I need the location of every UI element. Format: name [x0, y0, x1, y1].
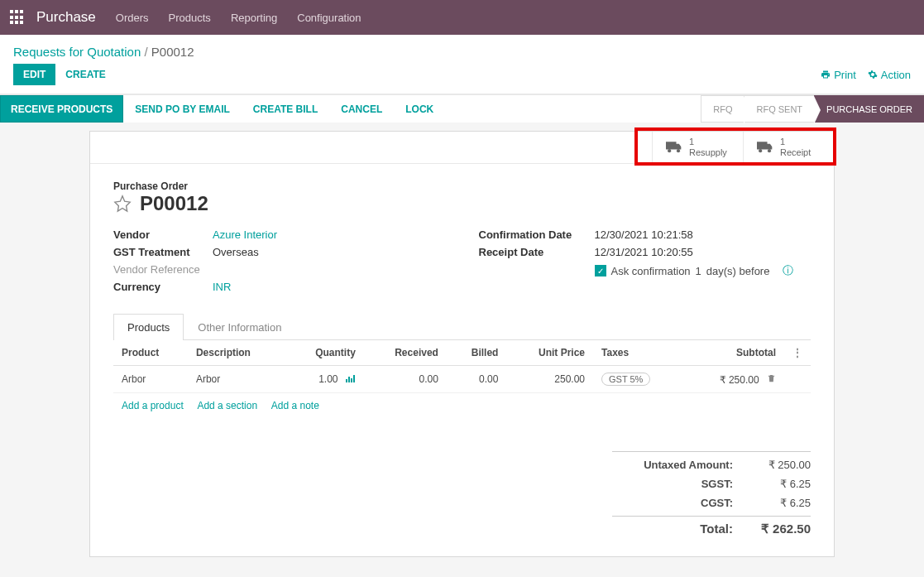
gear-icon: [868, 70, 878, 79]
breadcrumb-sep: /: [144, 45, 151, 59]
nav-products[interactable]: Products: [169, 12, 211, 24]
untaxed-label: Untaxed Amount:: [612, 459, 733, 471]
status-rfq-sent[interactable]: RFQ SENT: [744, 95, 814, 123]
stat-resupply[interactable]: 1 Resupply: [652, 132, 743, 163]
kebab-icon[interactable]: ⋮: [792, 347, 802, 358]
trash-icon[interactable]: [767, 374, 776, 386]
tab-other-info[interactable]: Other Information: [184, 314, 295, 340]
cell-billed: 0.00: [447, 366, 507, 393]
nav-configuration[interactable]: Configuration: [297, 12, 361, 24]
title-label: Purchase Order: [113, 180, 811, 192]
resupply-label: Resupply: [689, 147, 727, 158]
action-dropdown[interactable]: Action: [868, 69, 911, 81]
cancel-button[interactable]: CANCEL: [329, 95, 394, 123]
status-bar: RFQ RFQ SENT PURCHASE ORDER: [701, 95, 924, 123]
nav-reporting[interactable]: Reporting: [231, 12, 277, 24]
ask-confirmation-row: ✓ Ask confirmation 1 day(s) before ⓘ: [595, 263, 794, 278]
col-product[interactable]: Product: [113, 340, 188, 366]
cell-quantity: 1.00: [285, 366, 364, 393]
action-bar: EDIT CREATE Print Action: [0, 64, 924, 94]
sgst-label: SGST:: [612, 478, 733, 490]
cell-subtotal: ₹ 250.00: [683, 366, 784, 393]
add-product-link[interactable]: Add a product: [122, 400, 184, 411]
create-bill-button[interactable]: CREATE BILL: [242, 95, 329, 123]
status-rfq[interactable]: RFQ: [701, 95, 744, 123]
cell-received: 0.00: [364, 366, 447, 393]
star-icon[interactable]: [113, 195, 132, 213]
stat-buttons: 1 Resupply 1 Receipt: [90, 132, 834, 164]
vendor-value[interactable]: Azure Interior: [213, 228, 277, 241]
title-row: P00012: [113, 192, 811, 215]
lock-button[interactable]: LOCK: [394, 95, 445, 123]
app-name[interactable]: Purchase: [36, 9, 96, 26]
sheet-body: Purchase Order P00012 Vendor Azure Inter…: [90, 164, 834, 556]
col-unit-price[interactable]: Unit Price: [506, 340, 593, 366]
print-button[interactable]: Print: [821, 69, 856, 81]
svg-point-2: [759, 149, 762, 152]
svg-rect-6: [351, 378, 352, 382]
truck-icon: [757, 142, 773, 153]
receipt-date-value: 12/31/2021 10:20:55: [595, 246, 693, 258]
receive-products-button[interactable]: RECEIVE PRODUCTS: [0, 95, 123, 123]
conf-date-value: 12/30/2021 10:21:58: [595, 228, 693, 241]
topbar: Purchase Orders Products Reporting Confi…: [0, 0, 924, 35]
cell-product: Arbor: [113, 366, 188, 393]
send-po-button[interactable]: SEND PO BY EMAIL: [123, 95, 241, 123]
ask-conf-days: 1: [696, 265, 701, 277]
info-icon[interactable]: ⓘ: [783, 263, 793, 278]
sgst-value: ₹ 6.25: [753, 478, 811, 490]
apps-icon[interactable]: [10, 10, 25, 25]
totals: Untaxed Amount: ₹ 250.00 SGST: ₹ 6.25 CG…: [113, 451, 811, 540]
col-subtotal[interactable]: Subtotal: [683, 340, 784, 366]
cell-description: Arbor: [188, 366, 285, 393]
status-purchase-order[interactable]: PURCHASE ORDER: [814, 95, 924, 123]
stat-receipt[interactable]: 1 Receipt: [743, 132, 834, 163]
svg-rect-5: [348, 377, 350, 382]
svg-point-0: [668, 149, 671, 152]
cgst-value: ₹ 6.25: [753, 497, 811, 509]
col-billed[interactable]: Billed: [447, 340, 507, 366]
form-wrap: 1 Resupply 1 Receipt Purchase Order P000…: [0, 123, 924, 577]
cell-unit-price: 250.00: [506, 366, 593, 393]
ask-conf-unit: day(s) before: [706, 265, 770, 277]
form-sheet: 1 Resupply 1 Receipt Purchase Order P000…: [89, 131, 835, 557]
col-quantity[interactable]: Quantity: [285, 340, 364, 366]
total-value: ₹ 262.50: [753, 522, 811, 536]
svg-rect-4: [346, 379, 347, 382]
nav-orders[interactable]: Orders: [116, 12, 149, 24]
breadcrumb: Requests for Quotation / P00012: [0, 35, 924, 64]
order-lines-table: Product Description Quantity Received Bi…: [113, 340, 811, 393]
ask-conf-text: Ask confirmation: [611, 265, 691, 277]
col-received[interactable]: Received: [364, 340, 447, 366]
currency-label: Currency: [113, 281, 213, 293]
forecast-icon[interactable]: [346, 373, 356, 385]
gst-label: GST Treatment: [113, 246, 213, 258]
conf-date-label: Confirmation Date: [479, 228, 595, 241]
currency-value[interactable]: INR: [213, 281, 231, 293]
tab-products[interactable]: Products: [113, 314, 184, 340]
resupply-count: 1: [689, 137, 727, 147]
control-panel: Requests for Quotation / P00012 EDIT CRE…: [0, 35, 924, 94]
button-bar: RECEIVE PRODUCTS SEND PO BY EMAIL CREATE…: [0, 94, 924, 123]
add-section-link[interactable]: Add a section: [197, 400, 257, 411]
vendor-ref-label: Vendor Reference: [113, 263, 213, 276]
gst-value: Overseas: [213, 246, 259, 258]
col-description[interactable]: Description: [188, 340, 285, 366]
po-number: P00012: [140, 192, 208, 215]
untaxed-value: ₹ 250.00: [753, 459, 811, 471]
table-row[interactable]: Arbor Arbor 1.00 0.00 0.00 250.00 GST 5%: [113, 366, 811, 393]
edit-button[interactable]: EDIT: [13, 64, 55, 85]
checkbox-checked-icon[interactable]: ✓: [595, 265, 606, 276]
col-taxes[interactable]: Taxes: [593, 340, 683, 366]
add-note-link[interactable]: Add a note: [271, 400, 319, 411]
total-label: Total:: [612, 522, 733, 536]
cgst-label: CGST:: [612, 497, 733, 509]
print-icon: [821, 70, 831, 79]
receipt-date-label: Receipt Date: [479, 246, 595, 258]
create-button[interactable]: CREATE: [65, 69, 105, 80]
receipt-label: Receipt: [780, 147, 811, 158]
receipt-count: 1: [780, 137, 811, 147]
cell-taxes: GST 5%: [593, 366, 683, 393]
tabs: Products Other Information: [113, 313, 811, 340]
breadcrumb-root[interactable]: Requests for Quotation: [13, 45, 141, 59]
